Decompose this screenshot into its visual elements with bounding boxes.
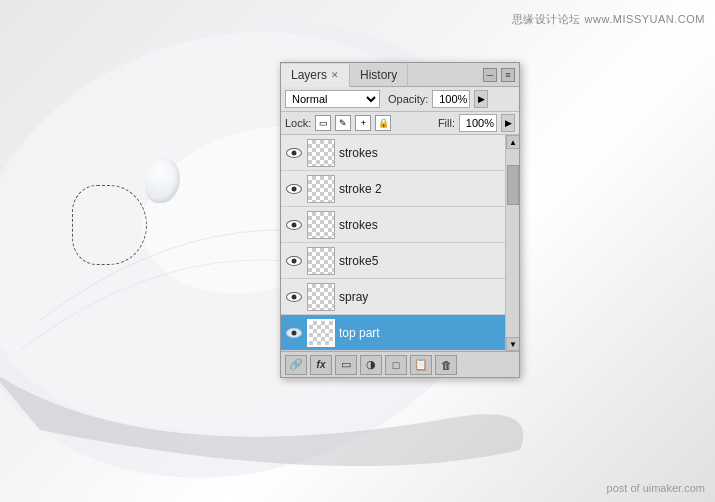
panel-tabs: Layers ✕ History xyxy=(281,63,408,86)
lock-all-button[interactable]: + xyxy=(355,115,371,131)
layers-scrollbar[interactable]: ▲ ▼ xyxy=(505,135,519,351)
eye-icon xyxy=(286,220,302,230)
layer-item[interactable]: stroke 2 xyxy=(281,171,519,207)
layer-visibility-toggle[interactable] xyxy=(285,324,303,342)
layer-item[interactable]: stroke5 xyxy=(281,243,519,279)
tab-history[interactable]: History xyxy=(350,63,408,86)
scrollbar-down-button[interactable]: ▼ xyxy=(506,337,519,351)
layer-name: stroke5 xyxy=(339,254,515,268)
lock-pixels-button[interactable]: ▭ xyxy=(315,115,331,131)
panel-menu-button[interactable]: ≡ xyxy=(501,68,515,82)
layers-list: strokes stroke 2 strokes stroke5 xyxy=(281,135,519,351)
layer-visibility-toggle[interactable] xyxy=(285,180,303,198)
scrollbar-thumb[interactable] xyxy=(507,165,519,205)
layer-item[interactable]: spray xyxy=(281,279,519,315)
lock-move-button[interactable]: ✎ xyxy=(335,115,351,131)
lock-label: Lock: xyxy=(285,117,311,129)
tab-layers-label: Layers xyxy=(291,68,327,82)
layer-visibility-toggle[interactable] xyxy=(285,216,303,234)
layer-name: top part xyxy=(339,326,515,340)
layer-item[interactable]: strokes xyxy=(281,207,519,243)
panel-controls: ─ ≡ xyxy=(483,68,519,82)
adjustment-button[interactable]: ◑ xyxy=(360,355,382,375)
link-button[interactable]: 🔗 xyxy=(285,355,307,375)
opacity-input[interactable] xyxy=(432,90,470,108)
layer-name: spray xyxy=(339,290,515,304)
layer-visibility-toggle[interactable] xyxy=(285,288,303,306)
layer-name: strokes xyxy=(339,218,515,232)
lock-lock-button[interactable]: 🔒 xyxy=(375,115,391,131)
blend-mode-row: Normal Opacity: ▶ xyxy=(281,87,519,112)
layers-panel: Layers ✕ History ─ ≡ Normal Opacity: ▶ L… xyxy=(280,62,520,378)
eye-icon xyxy=(286,292,302,302)
tab-layers[interactable]: Layers ✕ xyxy=(281,64,350,87)
layer-name: strokes xyxy=(339,146,515,160)
effects-button[interactable]: fx xyxy=(310,355,332,375)
eye-icon xyxy=(286,328,302,338)
lock-row: Lock: ▭ ✎ + 🔒 Fill: ▶ xyxy=(281,112,519,135)
new-layer-button[interactable]: 📋 xyxy=(410,355,432,375)
layer-visibility-toggle[interactable] xyxy=(285,252,303,270)
fill-arrow-button[interactable]: ▶ xyxy=(501,114,515,132)
tab-history-label: History xyxy=(360,68,397,82)
fill-input[interactable] xyxy=(459,114,497,132)
layer-thumbnail xyxy=(307,319,335,347)
selection-outline xyxy=(72,185,147,265)
mask-button[interactable]: ▭ xyxy=(335,355,357,375)
layer-thumbnail xyxy=(307,211,335,239)
tab-layers-close[interactable]: ✕ xyxy=(331,70,339,80)
layer-thumbnail xyxy=(307,283,335,311)
eye-icon xyxy=(286,148,302,158)
panel-titlebar: Layers ✕ History ─ ≡ xyxy=(281,63,519,87)
layer-visibility-toggle[interactable] xyxy=(285,144,303,162)
opacity-label: Opacity: xyxy=(388,93,428,105)
layer-thumbnail xyxy=(307,139,335,167)
layer-item-selected[interactable]: top part xyxy=(281,315,519,351)
watermark-top: 思缘设计论坛 www.MISSYUAN.COM xyxy=(512,12,705,27)
opacity-arrow-button[interactable]: ▶ xyxy=(474,90,488,108)
panel-bottom-toolbar: 🔗 fx ▭ ◑ □ 📋 🗑 xyxy=(281,351,519,377)
layer-thumbnail xyxy=(307,247,335,275)
layer-item[interactable]: strokes xyxy=(281,135,519,171)
eye-icon xyxy=(286,256,302,266)
watermark-bottom: post of uimaker.com xyxy=(607,482,705,494)
blend-mode-select[interactable]: Normal xyxy=(285,90,380,108)
layer-name: stroke 2 xyxy=(339,182,515,196)
delete-layer-button[interactable]: 🗑 xyxy=(435,355,457,375)
panel-minimize-button[interactable]: ─ xyxy=(483,68,497,82)
eye-icon xyxy=(286,184,302,194)
group-button[interactable]: □ xyxy=(385,355,407,375)
fill-label: Fill: xyxy=(438,117,455,129)
scrollbar-up-button[interactable]: ▲ xyxy=(506,135,519,149)
layer-thumbnail xyxy=(307,175,335,203)
